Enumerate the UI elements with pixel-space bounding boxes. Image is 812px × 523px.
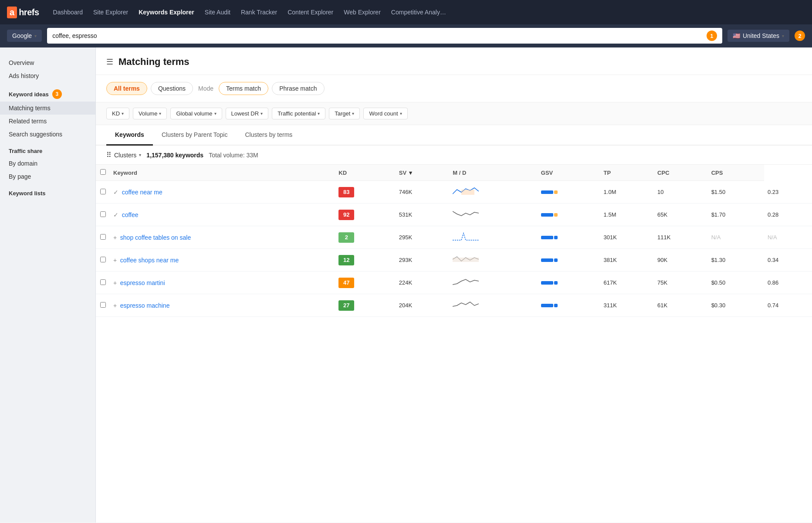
tab-terms-match[interactable]: Terms match [219,82,268,95]
row-trend-cell [449,181,537,204]
keyword-link[interactable]: coffee [122,211,139,218]
keyword-link[interactable]: coffee shops near me [120,257,179,264]
row-checkbox-3[interactable] [100,257,106,262]
table-row: + shop coffee tables on sale 2 295K 301K… [96,226,812,249]
row-keyword-cell: + coffee shops near me [110,249,335,272]
row-checkbox-cell [96,249,110,272]
nav-content-explorer[interactable]: Content Explorer [288,7,333,17]
check-icon[interactable]: ✓ [113,189,118,196]
row-checkbox-5[interactable] [100,302,106,308]
row-checkbox-4[interactable] [100,279,106,285]
difficulty-bar [541,213,597,217]
svg-rect-1 [453,258,479,262]
page-title: Matching terms [118,56,189,68]
tab-phrase-match[interactable]: Phrase match [272,82,324,95]
nav-site-audit[interactable]: Site Audit [205,7,230,17]
nav-rank-tracker[interactable]: Rank Tracker [241,7,277,17]
nav-competitive[interactable]: Competitive Analy… [391,7,446,17]
nav-dashboard[interactable]: Dashboard [53,7,83,17]
search-badge-2: 2 [795,31,805,41]
tab-clusters-terms[interactable]: Clusters by terms [236,125,301,146]
filter-volume[interactable]: Volume ▾ [133,108,167,119]
keyword-link[interactable]: coffee near me [122,189,162,196]
logo[interactable]: a hrefs [7,7,39,18]
filter-kd[interactable]: KD ▾ [106,108,129,119]
row-gsv-cell: 1.0M [600,181,654,204]
kd-badge: 47 [338,278,354,288]
row-sv-cell: 293K [396,249,450,272]
main-tabs-row: Keywords Clusters by Parent Topic Cluste… [96,125,812,146]
row-cpc-cell: $1.30 [708,249,764,272]
sidebar-item-related-terms[interactable]: Related terms [0,115,95,128]
table-row: + espresso martini 47 224K 617K 75K $0.5… [96,272,812,294]
sidebar-item-ads-history[interactable]: Ads history [0,69,95,82]
filter-global-volume[interactable]: Global volume ▾ [170,108,222,119]
tab-all-terms[interactable]: All terms [106,82,147,95]
sidebar-item-search-suggestions[interactable]: Search suggestions [0,128,95,141]
row-checkbox-cell [96,226,110,249]
country-select[interactable]: 🇺🇸 United States ▾ [727,30,789,42]
keyword-link[interactable]: espresso machine [120,302,170,309]
row-checkbox-2[interactable] [100,234,106,240]
select-all-checkbox[interactable] [100,169,106,175]
row-tp-cell: 111K [654,226,708,249]
row-checkbox-cell [96,204,110,226]
search-input[interactable] [52,32,703,39]
check-icon[interactable]: ✓ [113,211,118,218]
plus-icon[interactable]: + [113,302,117,309]
keyword-link[interactable]: shop coffee tables on sale [120,234,191,241]
filter-traffic-potential-chevron: ▾ [318,111,320,116]
row-tp-cell: 65K [654,204,708,226]
tab-keywords[interactable]: Keywords [106,125,153,146]
kd-badge: 2 [338,232,354,243]
filter-traffic-potential[interactable]: Traffic potential ▾ [272,108,325,119]
plus-icon[interactable]: + [113,279,117,286]
keyword-link[interactable]: espresso martini [120,279,165,286]
sidebar-item-by-page[interactable]: By page [0,170,95,183]
mode-label: Mode [196,85,215,92]
kd-badge: 83 [338,187,354,197]
row-checkbox-0[interactable] [100,189,106,194]
plus-icon[interactable]: + [113,234,117,241]
row-cpc-cell: $1.70 [708,204,764,226]
sidebar-section-keyword-lists: Keyword lists [0,183,95,199]
sidebar-item-overview[interactable]: Overview [0,56,95,69]
sv-value: 746K [399,189,412,195]
nav-keywords-explorer[interactable]: Keywords Explorer [139,7,194,17]
row-cpc-cell: $0.50 [708,272,764,294]
kd-badge: 92 [338,210,354,220]
page-header: ☰ Matching terms [96,48,812,75]
sv-value: 295K [399,234,412,241]
row-checkbox-1[interactable] [100,211,106,217]
row-md-cell [538,249,600,272]
engine-chevron: ▾ [34,34,37,38]
results-count: 1,157,380 keywords [146,152,203,159]
nav-site-explorer[interactable]: Site Explorer [93,7,128,17]
table-row: + coffee shops near me 12 293K 381K 90K … [96,249,812,272]
filter-tabs: All terms Questions Mode Terms match Phr… [96,75,812,102]
filter-target[interactable]: Target ▾ [329,108,360,119]
filter-lowest-dr[interactable]: Lowest DR ▾ [226,108,269,119]
sidebar-item-matching-terms[interactable]: Matching terms [0,102,95,115]
clusters-chevron: ▾ [139,153,141,157]
tab-questions[interactable]: Questions [151,82,193,95]
row-cps-cell: N/A [764,226,812,249]
th-sv[interactable]: SV ▾ [396,165,450,181]
row-trend-cell [449,226,537,249]
plus-icon[interactable]: + [113,257,117,264]
th-md: M / D [449,165,537,181]
th-tp: TP [600,165,654,181]
filter-word-count[interactable]: Word count ▾ [363,108,407,119]
row-cps-cell: 0.23 [764,181,812,204]
nav-web-explorer[interactable]: Web Explorer [344,7,381,17]
keyword-ideas-badge: 3 [52,89,62,99]
sidebar-item-by-domain[interactable]: By domain [0,157,95,170]
results-bar: ⠿ Clusters ▾ 1,157,380 keywords Total vo… [96,146,812,165]
sv-value: 204K [399,302,412,309]
clusters-button[interactable]: ⠿ Clusters ▾ [106,151,141,159]
engine-select[interactable]: Google ▾ [7,30,42,42]
table-header-row: Keyword KD SV ▾ M / D GSV TP CPC CPS [96,165,812,181]
hamburger-icon[interactable]: ☰ [106,57,113,67]
sv-value: 224K [399,279,412,286]
tab-clusters-parent[interactable]: Clusters by Parent Topic [153,125,236,146]
